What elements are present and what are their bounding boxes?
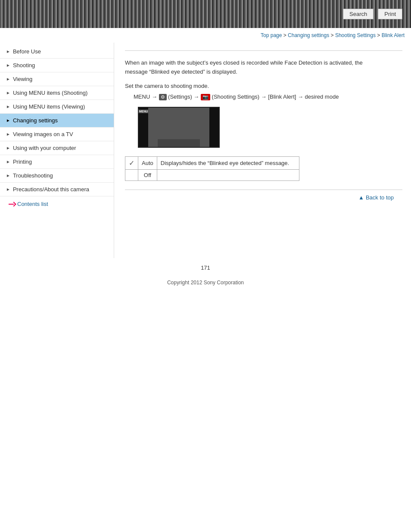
copyright: Copyright 2012 Sony Corporation xyxy=(0,277,411,294)
menu-path: MENU → ⚙ (Settings) → 📷 (Shooting Settin… xyxy=(125,93,402,100)
settings-icon: ⚙ xyxy=(159,94,167,100)
arrow-icon: ► xyxy=(6,63,10,68)
main-content: When an image with the subject’s eyes cl… xyxy=(114,43,411,258)
sidebar-item-using-menu-viewing[interactable]: ► Using MENU items (Viewing) xyxy=(0,100,114,114)
option-off-desc xyxy=(157,169,299,180)
sidebar-item-label: Printing xyxy=(13,159,32,165)
sidebar-item-label: Troubleshooting xyxy=(13,172,53,179)
back-to-top-link[interactable]: ▲ Back to top xyxy=(358,194,394,201)
camera-display-image: MENU xyxy=(138,107,220,148)
camera-menu-bar: MENU xyxy=(139,108,148,147)
arrow-icon: ► xyxy=(6,118,10,123)
arrow-icon: ► xyxy=(6,173,10,178)
camera-screen xyxy=(148,108,209,147)
sidebar-item-label: Shooting xyxy=(13,62,35,68)
arrow-right-icon xyxy=(9,202,16,206)
sidebar-item-precautions[interactable]: ► Precautions/About this camera xyxy=(0,183,114,196)
page-number: 171 xyxy=(0,258,411,277)
sidebar-item-viewing-on-tv[interactable]: ► Viewing images on a TV xyxy=(0,128,114,141)
sidebar: ► Before Use ► Shooting ► Viewing ► Usin… xyxy=(0,43,114,258)
breadcrumb-changing-settings[interactable]: Changing settings xyxy=(288,32,329,38)
sidebar-item-label: Before Use xyxy=(13,48,41,55)
main-layout: ► Before Use ► Shooting ► Viewing ► Usin… xyxy=(0,43,411,258)
options-table: ✓ Auto Displays/hides the “Blinked eye d… xyxy=(125,156,299,181)
header: Search Print xyxy=(0,0,411,28)
sidebar-item-changing-settings[interactable]: ► Changing settings xyxy=(0,114,114,128)
arrow-icon: ► xyxy=(6,90,10,95)
camera-right-panel xyxy=(209,108,219,147)
content-instruction: Set the camera to shooting mode. xyxy=(125,83,402,89)
sidebar-item-shooting[interactable]: ► Shooting xyxy=(0,59,114,72)
camera-menu-label: MENU xyxy=(138,109,149,113)
sidebar-item-label: Using with your computer xyxy=(13,145,76,151)
arrow-icon: ► xyxy=(6,49,10,54)
contents-list-link[interactable]: Contents list xyxy=(0,196,114,212)
content-description: When an image with the subject’s eyes cl… xyxy=(125,59,402,77)
arrow-icon: ► xyxy=(6,146,10,150)
camera-bottom-bar xyxy=(158,139,200,147)
content-divider xyxy=(125,50,402,51)
breadcrumb-blink-alert[interactable]: Blink Alert xyxy=(382,32,405,38)
print-button[interactable]: Print xyxy=(378,9,402,19)
breadcrumb: Top page > Changing settings > Shooting … xyxy=(0,28,411,43)
sidebar-item-label: Viewing images on a TV xyxy=(13,131,73,137)
sidebar-item-viewing[interactable]: ► Viewing xyxy=(0,72,114,86)
check-cell-empty xyxy=(125,169,138,180)
shooting-settings-icon: 📷 xyxy=(201,94,210,100)
option-auto: Auto xyxy=(138,156,157,169)
back-to-top-label: Back to top xyxy=(366,194,394,201)
arrow-icon: ► xyxy=(6,104,10,109)
table-row: Off xyxy=(125,169,299,180)
sidebar-item-troubleshooting[interactable]: ► Troubleshooting xyxy=(0,169,114,183)
sidebar-item-label: Precautions/About this camera xyxy=(13,186,89,193)
sidebar-item-using-computer[interactable]: ► Using with your computer xyxy=(0,141,114,155)
sidebar-item-using-menu-shooting[interactable]: ► Using MENU items (Shooting) xyxy=(0,86,114,100)
arrow-icon: ► xyxy=(6,132,10,137)
sidebar-item-before-use[interactable]: ► Before Use xyxy=(0,45,114,59)
sidebar-item-label: Viewing xyxy=(13,76,32,82)
triangle-up-icon: ▲ xyxy=(358,194,364,201)
sidebar-item-label: Changing settings xyxy=(13,117,58,124)
arrow-icon: ► xyxy=(6,159,10,164)
table-row: ✓ Auto Displays/hides the “Blinked eye d… xyxy=(125,156,299,169)
search-button[interactable]: Search xyxy=(343,9,374,19)
breadcrumb-shooting-settings[interactable]: Shooting Settings xyxy=(335,32,376,38)
page-footer: ▲ Back to top xyxy=(125,190,402,205)
option-auto-desc: Displays/hides the “Blinked eye detected… xyxy=(157,156,299,169)
breadcrumb-top-page[interactable]: Top page xyxy=(261,32,282,38)
arrow-icon: ► xyxy=(6,187,10,192)
arrow-icon: ► xyxy=(6,77,10,81)
sidebar-item-printing[interactable]: ► Printing xyxy=(0,155,114,169)
check-cell: ✓ xyxy=(125,156,138,169)
contents-list-label: Contents list xyxy=(17,201,48,207)
sidebar-item-label: Using MENU items (Shooting) xyxy=(13,90,87,96)
sidebar-item-label: Using MENU items (Viewing) xyxy=(13,103,85,110)
option-off: Off xyxy=(138,169,157,180)
